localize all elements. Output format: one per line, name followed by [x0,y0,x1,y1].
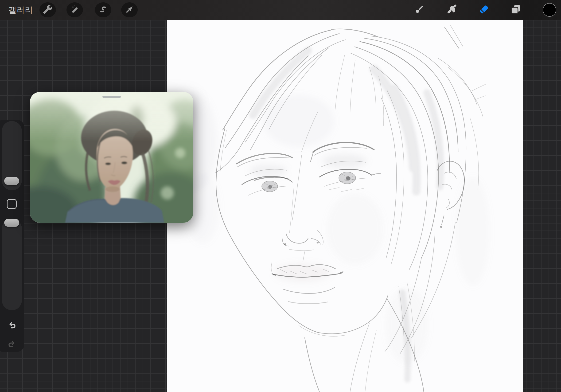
brush-icon [413,3,425,16]
top-toolbar: 갤러리 [0,0,561,20]
gallery-button[interactable]: 갤러리 [9,0,33,20]
layers-icon [510,3,522,16]
redo-arrow-icon [7,346,17,349]
paint-button[interactable] [412,2,427,17]
smudge-hand-icon [445,3,458,16]
redo-button[interactable] [7,339,17,349]
opacity-slider[interactable] [2,218,22,310]
reference-window[interactable] [30,92,193,223]
modify-button[interactable] [7,199,17,209]
selection-s-icon [98,4,108,15]
drawing-canvas[interactable] [167,20,523,392]
color-well-icon[interactable] [543,3,556,17]
transform-button[interactable] [121,2,138,17]
smudge-button[interactable] [444,2,459,17]
reference-photo [30,92,193,223]
brush-size-handle[interactable] [4,177,19,185]
layers-button[interactable] [508,2,523,17]
actions-button[interactable] [40,2,56,17]
magic-wand-icon [70,4,80,15]
undo-button[interactable] [7,321,17,330]
transform-arrow-icon [124,4,135,15]
erase-button[interactable] [476,2,491,17]
eraser-icon [478,3,490,17]
wrench-icon [43,4,53,15]
pencil-sketch [167,20,523,392]
brush-sidebar [0,120,24,352]
adjustments-button[interactable] [66,2,83,17]
selection-button[interactable] [95,2,111,17]
opacity-handle[interactable] [4,219,19,227]
drag-handle[interactable] [102,96,121,98]
undo-arrow-icon [7,327,17,331]
